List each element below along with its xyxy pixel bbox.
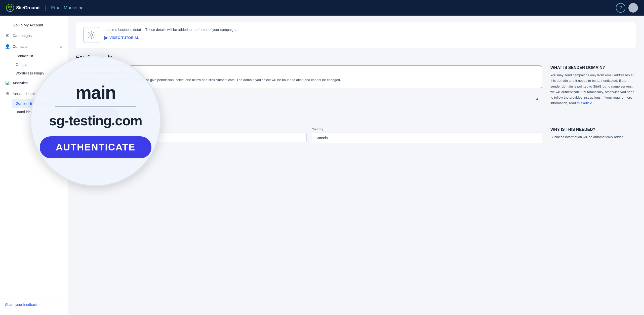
sidebar-campaigns-label: Campaigns	[13, 33, 32, 38]
company-section: Company Name Country Canada United State…	[76, 127, 636, 143]
sender-chevron: ▼	[59, 92, 63, 96]
nav-left: SiteGround | Email Marketing	[6, 4, 84, 12]
top-info-card: required business details. These details…	[76, 22, 636, 48]
sidebar-item-campaigns[interactable]: ✉ Campaigns	[0, 30, 68, 41]
email-domain-title: Email Domain	[76, 54, 636, 61]
top-navigation: SiteGround | Email Marketing ?	[0, 0, 644, 16]
contacts-icon: 👤	[5, 44, 10, 49]
share-feedback-link[interactable]: Share your feedback	[5, 303, 37, 307]
sg-logo-icon	[6, 4, 14, 12]
campaigns-icon: ✉	[5, 33, 10, 38]
country-group: Country Canada United States United King…	[312, 127, 542, 143]
sidebar-item-sender-details[interactable]: ⚙ Sender Details ▼	[0, 88, 68, 99]
video-tutorial-label: VIDEO TUTORIAL	[109, 36, 139, 40]
top-card-text: required business details. These details…	[104, 27, 238, 41]
sidebar-item-brand-identity[interactable]: Brand identity	[12, 108, 68, 116]
siteground-name: SiteGround	[16, 5, 39, 11]
sidebar-sender-details-label: Sender Details	[13, 92, 37, 96]
sidebar: ← Go To My Account ✉ Campaigns 👤 Contact…	[0, 16, 68, 315]
auth-warning-box: AUTHENTICATION REQUIRED permission to se…	[76, 65, 542, 88]
sidebar-item-contact-list[interactable]: Contact list	[12, 52, 68, 60]
company-form-row: Company Name Country Canada United State…	[76, 127, 542, 143]
company-name-input[interactable]	[76, 133, 307, 142]
sidebar-item-groups[interactable]: Groups	[12, 60, 68, 69]
auth-warning-title: AUTHENTICATION REQUIRED	[82, 71, 536, 75]
sidebar-item-go-to-account[interactable]: ← Go To My Account	[0, 20, 68, 30]
svg-point-1	[90, 34, 93, 36]
this-article-link[interactable]: this article	[577, 101, 592, 105]
auth-warning-text: permission to send emails on your behalf…	[82, 77, 536, 83]
domain-info-text: You may send campaigns only from email a…	[550, 72, 636, 106]
company-form: Company Name Country Canada United State…	[76, 127, 542, 143]
domain-dropdown-wrapper: Select domain sg-testing.com ▲	[76, 92, 542, 104]
settings-icon-box	[83, 27, 99, 43]
app-title: Email Marketing	[51, 5, 84, 11]
contacts-chevron: ▲	[59, 45, 63, 48]
sidebar-contacts-label: Contacts	[13, 44, 27, 49]
nav-right: ?	[616, 3, 638, 13]
help-button[interactable]: ?	[616, 3, 625, 13]
company-info-title: WHY IS THIS NEEDED?	[550, 127, 636, 132]
domain-dropdown-chevron: ▲	[535, 96, 539, 100]
domain-dropdown-row: Select domain sg-testing.com ▲	[76, 92, 542, 104]
sidebar-go-back-label: Go To My Account	[13, 23, 43, 27]
company-name-group: Company Name	[76, 127, 307, 143]
main-layout: ← Go To My Account ✉ Campaigns 👤 Contact…	[0, 16, 644, 315]
sidebar-item-domain-address[interactable]: Domain & Address	[12, 99, 68, 108]
brand-identity-label: Brand identity	[16, 110, 37, 114]
play-icon: ▶	[104, 35, 108, 41]
domain-main-area: AUTHENTICATION REQUIRED permission to se…	[76, 65, 542, 119]
arrow-left-icon: ←	[5, 23, 10, 27]
sidebar-item-wordpress-plugin[interactable]: WordPress Plugin	[12, 69, 68, 77]
sender-details-icon: ⚙	[5, 91, 10, 96]
company-info-text: Business information will be automatical…	[550, 134, 636, 140]
domain-info-title: WHAT IS SENDER DOMAIN?	[550, 65, 636, 70]
contacts-submenu: Contact list Groups WordPress Plugin	[0, 52, 68, 77]
sidebar-feedback-section: Share your feedback	[0, 298, 68, 311]
sidebar-item-contacts[interactable]: 👤 Contacts ▲	[0, 41, 68, 52]
wordpress-plugin-label: WordPress Plugin	[16, 71, 44, 75]
domain-address-label: Domain & Address	[16, 101, 47, 105]
sender-details-submenu: Domain & Address Brand identity	[0, 99, 68, 116]
company-info-sidebar: WHY IS THIS NEEDED? Business information…	[550, 127, 636, 143]
domain-section: AUTHENTICATION REQUIRED permission to se…	[76, 65, 636, 119]
domain-select[interactable]: Select domain sg-testing.com	[76, 92, 108, 104]
user-avatar[interactable]	[628, 3, 638, 13]
top-card-description: required business details. These details…	[104, 27, 238, 32]
company-name-label: Company Name	[76, 127, 307, 131]
authenticate-button[interactable]: Authenticate	[76, 108, 118, 119]
contact-list-label: Contact list	[16, 54, 33, 58]
sidebar-item-analytics[interactable]: 📊 Analytics	[0, 77, 68, 88]
nav-divider: |	[45, 4, 46, 11]
domain-info-sidebar: WHAT IS SENDER DOMAIN? You may send camp…	[550, 65, 636, 119]
main-content: required business details. These details…	[68, 16, 644, 315]
groups-label: Groups	[16, 63, 27, 67]
video-tutorial-link[interactable]: ▶ VIDEO TUTORIAL	[104, 35, 238, 41]
country-label: Country	[312, 127, 542, 131]
sidebar-analytics-label: Analytics	[13, 81, 28, 85]
country-dropdown-wrapper: Canada United States United Kingdom	[312, 133, 542, 143]
analytics-icon: 📊	[5, 81, 10, 85]
country-select[interactable]: Canada United States United Kingdom	[312, 133, 542, 143]
help-icon: ?	[619, 5, 622, 11]
siteground-logo: SiteGround	[6, 4, 39, 12]
